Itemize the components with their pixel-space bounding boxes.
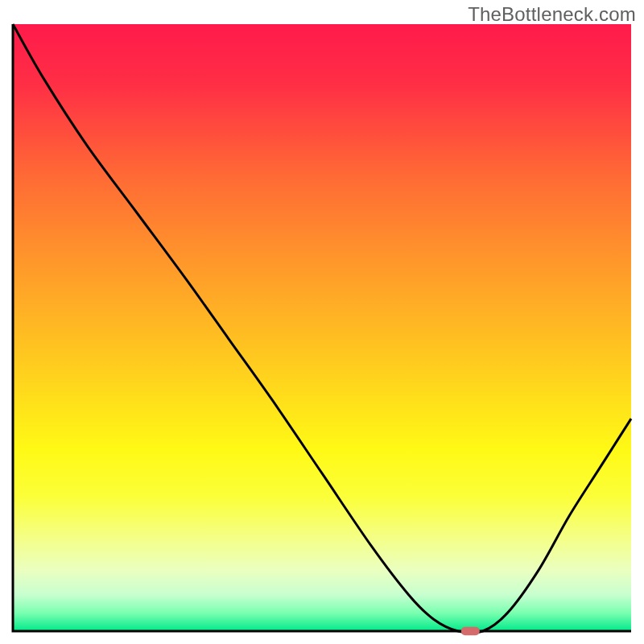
gradient-background — [13, 24, 631, 631]
watermark-text: TheBottleneck.com — [468, 3, 636, 26]
bottleneck-chart — [0, 0, 644, 644]
optimum-marker — [461, 627, 480, 636]
chart-container: TheBottleneck.com — [0, 0, 644, 644]
